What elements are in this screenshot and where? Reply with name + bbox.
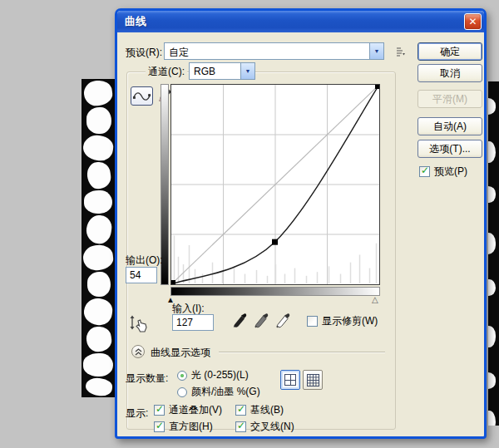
preset-label: 预设(R):	[126, 46, 162, 60]
on-image-adjust-tool-button[interactable]	[128, 313, 150, 335]
preset-dropdown[interactable]: 自定 ▼	[164, 42, 384, 60]
detailed-grid-button[interactable]	[303, 370, 323, 390]
pattern-cell	[488, 141, 496, 163]
eyedropper-gray-icon	[254, 313, 269, 332]
checkbox-box: ✓	[154, 421, 165, 432]
display-options-header: 曲线显示选项	[151, 346, 210, 360]
fine-grid-icon	[307, 374, 319, 386]
checkbox-box: ✓	[235, 421, 246, 432]
eyedropper-white-icon	[276, 313, 291, 332]
pattern-cell	[86, 107, 111, 134]
channel-overlays-checkbox[interactable]: ✓ 通道叠加(V)	[154, 403, 222, 417]
radio-light[interactable]: 光 (0-255)(L)	[177, 368, 249, 382]
simple-grid-button[interactable]	[280, 370, 300, 390]
white-point-slider[interactable]: △	[372, 296, 378, 304]
pattern-cell	[84, 190, 112, 214]
coarse-grid-icon	[284, 374, 296, 386]
chevron-down-icon[interactable]: ▼	[240, 63, 254, 79]
baseline-label: 基线(B)	[250, 403, 284, 417]
pattern-cell	[488, 98, 496, 115]
output-input[interactable]	[126, 267, 157, 283]
pattern-cell	[82, 297, 114, 327]
dialog-title: 曲线	[125, 14, 146, 29]
options-button[interactable]: 选项(T)...	[417, 140, 482, 158]
show-clipping-label: 显示修剪(W)	[322, 314, 378, 328]
curve-plot[interactable]	[171, 85, 379, 284]
collapse-section-button[interactable]	[131, 345, 145, 358]
eyedropper-black-icon	[233, 313, 248, 332]
canvas-pattern-left	[82, 79, 116, 397]
chevron-down-icon[interactable]: ▼	[369, 43, 383, 59]
pattern-cell	[86, 160, 112, 190]
intersection-line-checkbox[interactable]: ✓ 交叉线(N)	[235, 420, 294, 434]
preview-checkbox[interactable]: ✓ 预览(P)	[419, 165, 467, 179]
section-divider	[219, 352, 385, 353]
check-icon: ✓	[156, 420, 164, 431]
pattern-cell	[85, 377, 113, 397]
smooth-button: 平滑(M)	[417, 90, 482, 108]
input-input[interactable]	[172, 314, 214, 331]
curves-dialog: 曲线 ✕ 预设(R): 自定 ▼ 确定 取消 平滑(M) 自动(A) 选项(T)…	[115, 8, 487, 439]
checkbox-box: ✓	[154, 405, 165, 416]
radio-dot	[177, 387, 187, 397]
pattern-cell	[82, 134, 114, 162]
show-clipping-checkbox[interactable]: 显示修剪(W)	[307, 314, 378, 328]
checkbox-box: ✓	[235, 405, 246, 416]
hand-drag-icon	[129, 314, 149, 334]
close-icon[interactable]: ✕	[464, 13, 482, 30]
histogram-checkbox[interactable]: ✓ 直方图(H)	[154, 420, 213, 434]
curve-point-tool-button[interactable]	[131, 86, 153, 106]
channel-dropdown[interactable]: RGB ▼	[189, 62, 255, 80]
pattern-cell	[488, 326, 496, 347]
pattern-cell	[82, 79, 113, 107]
curve-tool-icon	[132, 90, 151, 103]
baseline-checkbox[interactable]: ✓ 基线(B)	[235, 403, 284, 417]
auto-button[interactable]: 自动(A)	[417, 117, 482, 135]
histogram-label: 直方图(H)	[169, 420, 213, 434]
curve-graph[interactable]	[170, 84, 380, 285]
pattern-cell	[488, 233, 496, 254]
black-point-eyedropper-button[interactable]	[232, 312, 249, 333]
input-gradient-ramp	[170, 287, 380, 296]
pattern-cell	[488, 186, 496, 203]
pattern-cell	[85, 214, 113, 244]
output-label: 输出(O):	[126, 254, 163, 268]
intersection-line-label: 交叉线(N)	[250, 420, 294, 434]
cancel-button[interactable]: 取消	[417, 64, 482, 82]
radio-pigment[interactable]: 颜料/油墨 %(G)	[177, 385, 260, 399]
canvas-pattern-right	[488, 81, 499, 426]
checkbox-box	[307, 316, 318, 327]
titlebar[interactable]: 曲线 ✕	[117, 11, 484, 32]
preview-label: 预览(P)	[434, 165, 467, 179]
radio-light-label: 光 (0-255)(L)	[191, 368, 249, 382]
pattern-cell	[488, 372, 496, 389]
preset-menu-button[interactable]	[393, 44, 408, 59]
gray-point-eyedropper-button[interactable]	[254, 312, 270, 333]
white-point-eyedropper-button[interactable]	[275, 312, 292, 333]
pattern-cell	[87, 272, 111, 297]
show-amount-label: 显示数量:	[126, 372, 168, 386]
double-chevron-up-icon	[134, 347, 143, 357]
pattern-cell	[82, 244, 114, 272]
check-icon: ✓	[156, 403, 164, 415]
radio-dot	[177, 371, 187, 381]
dialog-body: 预设(R): 自定 ▼ 确定 取消 平滑(M) 自动(A) 选项(T)... ✓…	[117, 32, 484, 436]
channel-overlays-label: 通道叠加(V)	[169, 403, 222, 417]
pattern-cell	[488, 411, 496, 426]
preset-value: 自定	[165, 43, 369, 59]
pattern-cell	[85, 325, 112, 352]
radio-pigment-label: 颜料/油墨 %(G)	[191, 385, 260, 399]
ok-button[interactable]: 确定	[417, 42, 482, 61]
panel-menu-icon	[394, 46, 406, 57]
checkbox-box: ✓	[419, 166, 430, 177]
pattern-cell	[488, 279, 496, 296]
channel-value: RGB	[190, 63, 240, 79]
channel-label: 通道(C):	[146, 65, 187, 79]
check-icon: ✓	[421, 165, 429, 176]
show-label: 显示:	[126, 406, 148, 421]
check-icon: ✓	[237, 403, 245, 415]
pattern-cell	[83, 353, 113, 377]
check-icon: ✓	[237, 420, 245, 431]
